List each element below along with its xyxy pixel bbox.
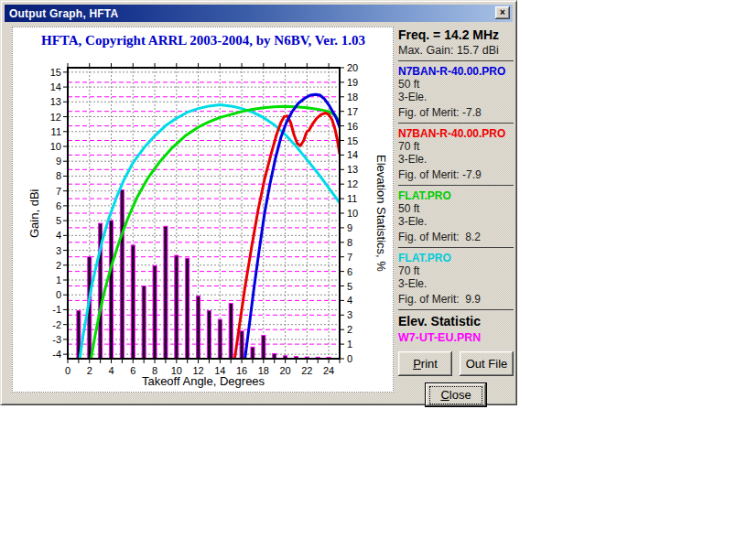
- svg-text:6: 6: [347, 266, 352, 277]
- svg-text:12: 12: [192, 365, 203, 376]
- svg-text:14: 14: [214, 365, 225, 376]
- svg-text:9: 9: [347, 222, 352, 233]
- gain-elevation-chart: 024681012141618202224-4-3-2-101234567891…: [13, 27, 393, 392]
- svg-text:-4: -4: [52, 349, 61, 360]
- svg-text:14: 14: [50, 81, 61, 92]
- svg-text:13: 13: [347, 164, 358, 175]
- antenna-height: 70 ft: [398, 140, 514, 153]
- svg-text:4: 4: [347, 295, 352, 306]
- svg-text:15: 15: [50, 67, 61, 78]
- max-gain-readout: Max. Gain: 15.7 dBi: [398, 44, 514, 57]
- svg-text:24: 24: [323, 365, 334, 376]
- info-panel: Freq. = 14.2 MHz Max. Gain: 15.7 dBi N7B…: [398, 25, 514, 400]
- chart-panel: HFTA, Copyright ARRL 2003-2004, by N6BV,…: [12, 27, 394, 393]
- antenna-height: 50 ft: [398, 202, 514, 215]
- button-row: Print Out File: [398, 351, 514, 376]
- svg-text:6: 6: [130, 365, 135, 376]
- svg-text:10: 10: [347, 208, 358, 219]
- svg-text:12: 12: [347, 178, 358, 189]
- svg-text:10: 10: [50, 141, 61, 152]
- svg-text:-1: -1: [52, 304, 61, 315]
- svg-text:5: 5: [56, 215, 61, 226]
- profile-file-name: FLAT.PRO: [398, 252, 514, 264]
- svg-text:2: 2: [347, 324, 352, 335]
- svg-text:11: 11: [347, 193, 357, 204]
- svg-text:0: 0: [56, 289, 61, 300]
- svg-text:3: 3: [347, 309, 352, 320]
- svg-text:1: 1: [56, 275, 61, 285]
- legend-entry: N7BAN-R-40.00.PRO 50 ft 3-Ele. Fig. of M…: [398, 65, 514, 119]
- separator: [398, 309, 514, 310]
- svg-text:7: 7: [347, 252, 352, 263]
- svg-text:2: 2: [56, 260, 61, 271]
- svg-text:4: 4: [108, 365, 114, 376]
- svg-text:16: 16: [347, 121, 358, 132]
- svg-text:7: 7: [56, 186, 61, 197]
- svg-text:9: 9: [56, 156, 61, 167]
- figure-of-merit: Fig. of Merit: -7.8: [398, 106, 514, 119]
- svg-text:20: 20: [347, 62, 358, 73]
- close-button-row: Close: [398, 382, 514, 407]
- legend-entry: FLAT.PRO 70 ft 3-Ele. Fig. of Merit: 9.9: [398, 252, 514, 306]
- antenna-height: 50 ft: [398, 78, 514, 91]
- profile-file-name: N7BAN-R-40.00.PRO: [398, 127, 514, 140]
- figure-of-merit: Fig. of Merit: 9.9: [398, 293, 514, 306]
- svg-text:16: 16: [236, 365, 247, 376]
- legend-entry: FLAT.PRO 50 ft 3-Ele. Fig. of Merit: 8.2: [398, 189, 514, 243]
- figure-of-merit: Fig. of Merit: -7.9: [398, 168, 514, 181]
- svg-text:0: 0: [65, 365, 70, 376]
- profile-file-name: FLAT.PRO: [398, 189, 514, 202]
- out-file-button[interactable]: Out File: [460, 351, 514, 376]
- output-graph-window: Output Graph, HFTA × HFTA, Copyright ARR…: [0, 0, 517, 405]
- svg-text:12: 12: [50, 112, 61, 123]
- svg-text:1: 1: [347, 339, 352, 350]
- svg-text:20: 20: [279, 365, 290, 376]
- frequency-readout: Freq. = 14.2 MHz: [398, 27, 514, 42]
- svg-text:15: 15: [347, 135, 358, 146]
- svg-text:18: 18: [347, 92, 358, 102]
- svg-text:22: 22: [301, 365, 312, 376]
- antenna-elements: 3-Ele.: [398, 91, 514, 103]
- svg-text:18: 18: [258, 365, 269, 376]
- svg-text:14: 14: [347, 149, 358, 160]
- separator: [398, 60, 514, 61]
- elev-statistic-file: W7-UT-EU.PRN: [398, 331, 514, 344]
- profile-file-name: N7BAN-R-40.00.PRO: [398, 65, 514, 78]
- close-button[interactable]: Close: [425, 382, 487, 407]
- svg-text:8: 8: [56, 170, 61, 181]
- svg-text:3: 3: [56, 245, 61, 256]
- svg-text:8: 8: [347, 237, 352, 248]
- svg-text:-3: -3: [52, 334, 61, 345]
- svg-text:5: 5: [347, 281, 352, 292]
- separator: [398, 123, 514, 124]
- svg-text:0: 0: [347, 353, 352, 364]
- svg-text:8: 8: [152, 365, 157, 376]
- antenna-elements: 3-Ele.: [398, 277, 514, 290]
- antenna-elements: 3-Ele.: [398, 215, 514, 228]
- svg-text:17: 17: [347, 106, 358, 117]
- svg-text:-2: -2: [52, 319, 61, 330]
- legend-entry: N7BAN-R-40.00.PRO 70 ft 3-Ele. Fig. of M…: [398, 127, 514, 181]
- antenna-elements: 3-Ele.: [398, 153, 514, 166]
- svg-text:6: 6: [56, 200, 61, 211]
- elev-statistic-heading: Elev. Statistic: [398, 314, 514, 328]
- separator: [398, 247, 514, 248]
- svg-text:2: 2: [87, 365, 92, 376]
- print-button[interactable]: Print: [398, 351, 452, 376]
- svg-text:10: 10: [171, 365, 182, 376]
- antenna-height: 70 ft: [398, 264, 514, 277]
- figure-of-merit: Fig. of Merit: 8.2: [398, 231, 514, 243]
- svg-text:11: 11: [51, 126, 61, 137]
- svg-text:19: 19: [347, 77, 358, 88]
- svg-text:4: 4: [56, 230, 61, 241]
- separator: [398, 185, 514, 186]
- titlebar[interactable]: Output Graph, HFTA ×: [5, 5, 513, 22]
- window-title: Output Graph, HFTA: [5, 7, 118, 20]
- close-icon[interactable]: ×: [495, 6, 510, 19]
- svg-text:13: 13: [50, 96, 61, 107]
